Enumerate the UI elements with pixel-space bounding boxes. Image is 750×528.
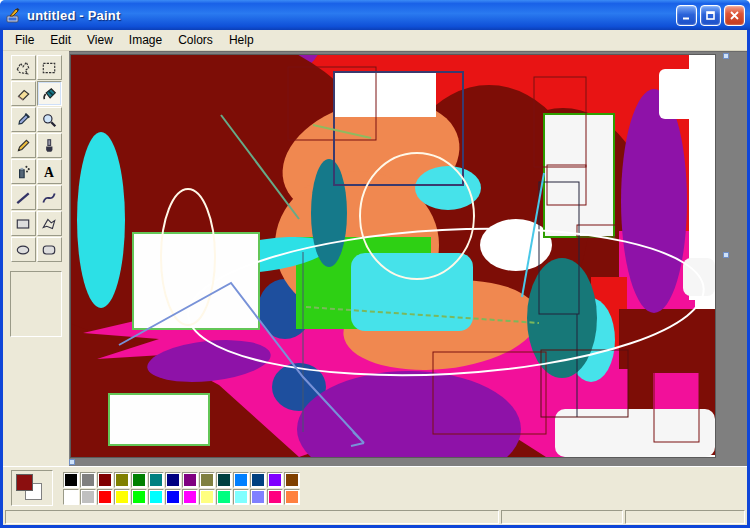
tool-rectangle[interactable] — [11, 211, 36, 236]
title-bar[interactable]: untitled - Paint — [0, 0, 750, 30]
color-swatch-004080[interactable] — [250, 472, 266, 488]
maximize-icon — [705, 10, 716, 21]
color-swatch-ff00ff[interactable] — [182, 489, 198, 505]
color-swatch-8080ff[interactable] — [250, 489, 266, 505]
tool-line[interactable] — [11, 185, 36, 210]
color-swatch-800000[interactable] — [97, 472, 113, 488]
color-swatch-000000[interactable] — [63, 472, 79, 488]
color-swatch-0000ff[interactable] — [165, 489, 181, 505]
tool-polygon[interactable] — [37, 211, 62, 236]
tool-fill-with-color[interactable] — [37, 81, 62, 106]
color-swatch-000080[interactable] — [165, 472, 181, 488]
tool-ellipse[interactable] — [11, 237, 36, 262]
color-fill — [184, 491, 196, 503]
menu-colors[interactable]: Colors — [170, 31, 221, 49]
svg-text:A: A — [44, 164, 54, 179]
color-swatch-008000[interactable] — [131, 472, 147, 488]
color-swatch-008080[interactable] — [148, 472, 164, 488]
tool-text[interactable]: A — [37, 159, 62, 184]
color-fill — [133, 474, 145, 486]
color-swatch-804000[interactable] — [284, 472, 300, 488]
color-swatch-ffff80[interactable] — [199, 489, 215, 505]
color-fill — [150, 474, 162, 486]
color-fill — [252, 491, 264, 503]
paint-window: untitled - Paint FileEditViewImageColors… — [0, 0, 750, 528]
color-fill — [201, 474, 213, 486]
color-swatch-808040[interactable] — [199, 472, 215, 488]
maximize-button[interactable] — [700, 5, 721, 26]
close-icon — [729, 10, 740, 21]
tool-box: A — [3, 51, 69, 466]
color-fill — [133, 491, 145, 503]
status-bar — [3, 509, 747, 525]
color-swatch-ffff00[interactable] — [114, 489, 130, 505]
color-swatch-ff0080[interactable] — [267, 489, 283, 505]
menu-file[interactable]: File — [7, 31, 42, 49]
color-swatch-00ffff[interactable] — [148, 489, 164, 505]
color-fill — [116, 474, 128, 486]
tool-pencil[interactable] — [11, 133, 36, 158]
color-fill — [65, 491, 77, 503]
palette-swatches — [63, 472, 300, 505]
close-button[interactable] — [724, 5, 745, 26]
tool-magnifier[interactable] — [37, 107, 62, 132]
color-fill — [116, 491, 128, 503]
color-swatch-004040[interactable] — [216, 472, 232, 488]
color-swatch-808000[interactable] — [114, 472, 130, 488]
tool-select[interactable] — [37, 55, 62, 80]
color-swatch-800080[interactable] — [182, 472, 198, 488]
workspace — [69, 51, 747, 466]
foreground-color-swatch — [16, 474, 33, 491]
tool-eraser[interactable] — [11, 81, 36, 106]
tool-airbrush[interactable] — [11, 159, 36, 184]
color-swatch-c0c0c0[interactable] — [80, 489, 96, 505]
color-fill — [65, 474, 77, 486]
color-fill — [269, 474, 281, 486]
window-title: untitled - Paint — [27, 8, 673, 23]
color-fill — [286, 474, 298, 486]
menu-bar: FileEditViewImageColorsHelp — [3, 30, 747, 51]
status-coordinates — [501, 510, 623, 524]
color-fill — [167, 474, 179, 486]
minimize-button[interactable] — [676, 5, 697, 26]
color-swatch-00ff00[interactable] — [131, 489, 147, 505]
minimize-icon — [681, 10, 692, 21]
drawing-canvas[interactable] — [71, 55, 715, 457]
canvas-resize-handle[interactable] — [69, 459, 75, 465]
tool-pick-color[interactable] — [11, 107, 36, 132]
color-fill — [150, 491, 162, 503]
menu-edit[interactable]: Edit — [42, 31, 79, 49]
color-swatch-ff8040[interactable] — [284, 489, 300, 505]
tool-rounded-rectangle[interactable] — [37, 237, 62, 262]
tool-curve[interactable] — [37, 185, 62, 210]
color-fill — [218, 474, 230, 486]
color-fill — [167, 491, 179, 503]
color-swatch-8000ff[interactable] — [267, 472, 283, 488]
color-swatch-ffffff[interactable] — [63, 489, 79, 505]
color-indicator — [11, 470, 53, 506]
color-fill — [82, 474, 94, 486]
color-fill — [252, 474, 264, 486]
menu-image[interactable]: Image — [121, 31, 170, 49]
color-swatch-ff0000[interactable] — [97, 489, 113, 505]
status-size — [625, 510, 745, 524]
color-fill — [99, 474, 111, 486]
menu-view[interactable]: View — [79, 31, 121, 49]
color-fill — [184, 474, 196, 486]
tool-options-box[interactable] — [10, 271, 62, 337]
color-swatch-808080[interactable] — [80, 472, 96, 488]
canvas-resize-handle[interactable] — [723, 252, 729, 258]
tool-free-form-select[interactable] — [11, 55, 36, 80]
color-fill — [235, 474, 247, 486]
menu-help[interactable]: Help — [221, 31, 262, 49]
color-fill — [99, 491, 111, 503]
color-swatch-00ff80[interactable] — [216, 489, 232, 505]
canvas-artwork — [71, 55, 715, 457]
color-fill — [82, 491, 94, 503]
color-swatch-0080ff[interactable] — [233, 472, 249, 488]
canvas-resize-handle[interactable] — [723, 53, 729, 59]
tool-brush[interactable] — [37, 133, 62, 158]
color-fill — [269, 491, 281, 503]
color-fill — [235, 491, 247, 503]
color-swatch-80ffff[interactable] — [233, 489, 249, 505]
